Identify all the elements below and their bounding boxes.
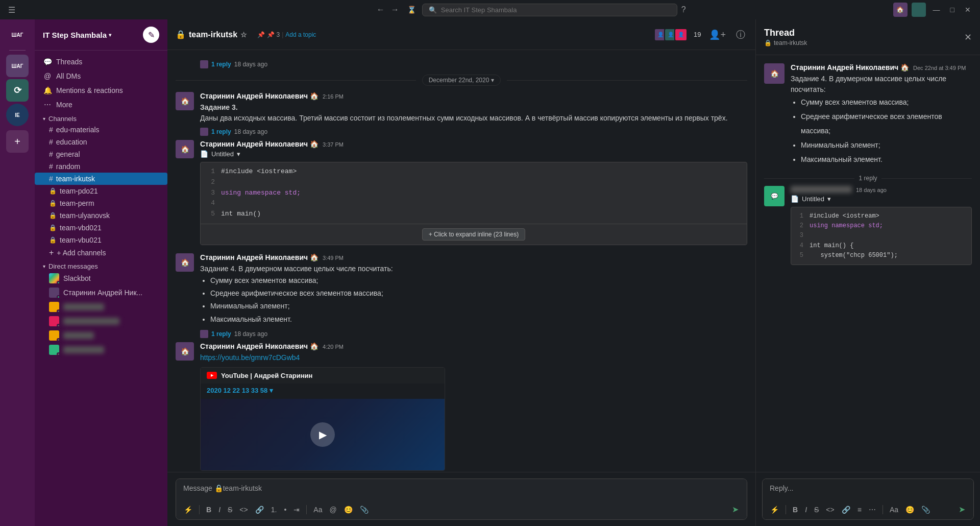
channel-item-team-pdo21[interactable]: 🔒 team-pdo21 [35, 185, 167, 197]
user-avatar-1[interactable]: 🏠 [893, 3, 908, 17]
plus-icon: + [49, 248, 54, 257]
channel-item-team-ulyanovsk[interactable]: 🔒 team-ulyanovsk [35, 209, 167, 222]
search-input[interactable] [441, 6, 671, 14]
workspace-icon-3[interactable]: ⟳ [6, 79, 29, 102]
attach-button[interactable]: 📎 [357, 504, 371, 516]
code-inline-button[interactable]: <> [823, 504, 837, 516]
snippet-title-bar[interactable]: 📄 Untitled ▾ [200, 150, 747, 158]
workspace-header[interactable]: IT Step Shambala ▾ ✎ [35, 19, 167, 51]
date-badge[interactable]: December 22nd, 2020 ▾ [422, 75, 501, 86]
pin-icon: 📌 [257, 31, 265, 38]
code-inline-button[interactable]: <> [237, 504, 250, 516]
workspace-icon-4[interactable]: IE [6, 104, 29, 126]
mention-button[interactable]: @ [327, 504, 339, 516]
message-input-box: Message 🔒team-irkutsk ⚡ B I S <> 🔗 1. • … [176, 479, 747, 520]
reply-snippet-title[interactable]: 📄 Untitled ▾ [791, 195, 972, 203]
dm-user6[interactable] [35, 343, 167, 357]
code-expand: + Click to expand inline (23 lines) [201, 224, 747, 245]
star-icon[interactable]: ☆ [240, 31, 247, 39]
indent-button[interactable]: ⇥ [291, 504, 302, 516]
channel-item-general[interactable]: # general [35, 148, 167, 160]
reply-indicator-top[interactable]: 1 reply 18 days ago [167, 58, 755, 70]
add-member-button[interactable]: 👤+ [707, 27, 728, 42]
sidebar-item-threads[interactable]: 💬 Threads [35, 55, 167, 69]
icon-sidebar: ШАГ ШАГ ⟳ IE + [0, 19, 35, 526]
toolbar-divider [199, 505, 200, 514]
dm-user3[interactable] [35, 300, 167, 314]
sidebar-item-all-dms[interactable]: @ All DMs [35, 69, 167, 83]
help-button[interactable]: ? [679, 3, 688, 16]
italic-button[interactable]: I [216, 504, 223, 516]
lightning-button[interactable]: ⚡ [181, 504, 195, 516]
title-bar: ☰ ← → ⌛ 🔍 ? 🏠 — □ ✕ [0, 0, 980, 19]
dm-user5[interactable] [35, 328, 167, 343]
thread-reply-header: 18 days ago [791, 186, 972, 193]
thread-close-button[interactable]: ✕ [964, 32, 972, 43]
message-avatar-1: 🏠 [176, 92, 194, 110]
sidebar-item-more[interactable]: ⋯ More [35, 98, 167, 112]
hamburger-menu[interactable]: ☰ [6, 3, 17, 17]
dm-slackbot[interactable]: Slackbot [35, 271, 167, 285]
history-button[interactable]: ⌛ [403, 4, 420, 16]
format-button[interactable]: Aa [887, 504, 901, 516]
ul-button[interactable]: • [281, 504, 289, 516]
search-bar[interactable]: 🔍 [422, 4, 677, 16]
back-button[interactable]: ← [375, 3, 387, 16]
add-channels-button[interactable]: + + Add channels [35, 246, 167, 259]
input-placeholder: Message 🔒team-irkutsk [183, 484, 262, 492]
send-button[interactable]: ➤ [729, 503, 742, 516]
ol-button[interactable]: ≡ [855, 504, 864, 516]
add-workspace-button[interactable]: + [6, 130, 29, 153]
dm-user4[interactable] [35, 314, 167, 328]
youtube-link[interactable]: https://youtu.be/gmrw7cDGwb4 [200, 353, 300, 362]
bold-button[interactable]: B [204, 504, 214, 516]
italic-button[interactable]: I [802, 504, 810, 516]
message-time: 3:37 PM [323, 141, 344, 148]
format-button[interactable]: Aa [311, 504, 325, 516]
send-reply-button[interactable]: ➤ [955, 503, 968, 516]
link-button[interactable]: 🔗 [253, 504, 266, 516]
lightning-button[interactable]: ⚡ [768, 504, 781, 516]
thread-reply-area: Reply... ⚡ B I S <> 🔗 ≡ ⋯ Aa 😊 📎 ➤ [756, 472, 980, 526]
attach-button[interactable]: 📎 [919, 504, 933, 516]
channel-item-team-vbd021[interactable]: 🔒 team-vbd021 [35, 222, 167, 234]
sidebar-item-mentions[interactable]: 🔔 Mentions & reactions [35, 83, 167, 98]
emoji-button[interactable]: 😊 [903, 504, 917, 516]
maximize-button[interactable]: □ [947, 5, 958, 15]
compose-button[interactable]: ✎ [143, 27, 159, 43]
strikethrough-button[interactable]: S [225, 504, 235, 516]
message-text-4: https://youtu.be/gmrw7cDGwb4 [200, 352, 747, 363]
channel-item-education[interactable]: # education [35, 136, 167, 148]
close-button[interactable]: ✕ [962, 5, 974, 15]
channels-section[interactable]: ▾ Channels [35, 112, 167, 124]
workspace-icon-2[interactable]: ШАГ [6, 55, 29, 77]
divider-line [507, 80, 747, 81]
channel-item-edu-materials[interactable]: # edu-materials [35, 124, 167, 136]
workspace-icon-1[interactable]: ШАГ [6, 23, 29, 46]
thread-input-field[interactable]: Reply... [763, 479, 973, 499]
link-button[interactable]: 🔗 [839, 504, 853, 516]
channel-item-team-vbu021[interactable]: 🔒 team-vbu021 [35, 234, 167, 246]
strikethrough-button[interactable]: S [812, 504, 821, 516]
reply-indicator-3[interactable]: 1 reply 18 days ago [167, 328, 755, 340]
message-time: 4:20 PM [323, 344, 344, 350]
window-controls: — □ ✕ [930, 5, 974, 15]
dm-starinин[interactable]: Старинин Андрей Ник... [35, 285, 167, 300]
yt-thumbnail[interactable]: ▶ [201, 399, 445, 470]
ul-button[interactable]: ⋯ [866, 504, 878, 516]
forward-button[interactable]: → [389, 3, 401, 16]
channel-item-team-irkutsk[interactable]: # team-irkutsk [35, 173, 167, 185]
ol-button[interactable]: 1. [268, 504, 280, 516]
message-input-field[interactable]: Message 🔒team-irkutsk [176, 479, 747, 499]
info-button[interactable]: ⓘ [734, 27, 747, 43]
channel-item-team-perm[interactable]: 🔒 team-perm [35, 197, 167, 209]
emoji-button[interactable]: 😊 [341, 504, 355, 516]
bold-button[interactable]: B [790, 504, 800, 516]
expand-inline-button[interactable]: + Click to expand inline (23 lines) [422, 228, 525, 241]
minimize-button[interactable]: — [930, 5, 943, 15]
dm-section[interactable]: ▾ Direct messages [35, 259, 167, 271]
code-line-2: 2 using namespace std; [795, 221, 967, 231]
reply-indicator-1[interactable]: 1 reply 18 days ago [167, 126, 755, 138]
user-avatar-2[interactable] [912, 3, 926, 17]
channel-item-random[interactable]: # random [35, 160, 167, 173]
